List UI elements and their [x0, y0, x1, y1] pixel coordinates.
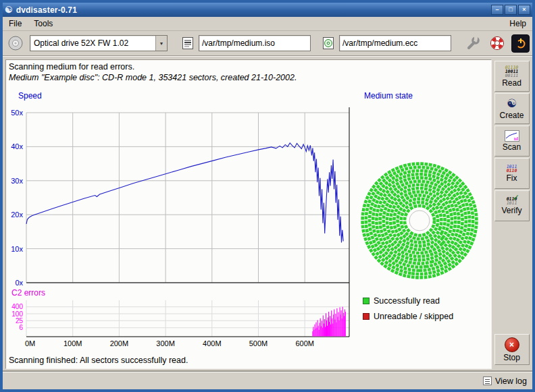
fix-binary-icon: 10110110 [507, 165, 517, 173]
svg-text:20x: 20x [11, 211, 23, 219]
create-label: Create [499, 111, 524, 120]
verify-button[interactable]: 01101011 ✓ Verify [494, 190, 530, 221]
status-line-2: Medium "Example disc": CD-R mode 1, 3534… [9, 73, 297, 82]
verify-check-icon: 01101011 ✓ [507, 197, 517, 205]
status-line-1: Scanning medium for read errors. [9, 62, 134, 72]
legend-ok-swatch [363, 298, 370, 304]
minimize-button[interactable]: – [491, 5, 503, 15]
view-log-label: View log [495, 376, 527, 386]
drive-select-value: Optical drive 52X FW 1.02 [30, 38, 155, 48]
svg-text:10x: 10x [11, 245, 23, 253]
footer-bar: View log [3, 372, 532, 389]
svg-text:600M: 600M [295, 339, 314, 347]
read-button[interactable]: 011101001100111 Read [494, 61, 530, 92]
help-button[interactable] [487, 33, 507, 53]
medium-state-legend: Successfully read Unreadable / skipped [363, 296, 453, 321]
menubar: File Tools Help [3, 17, 532, 31]
finish-status: Scanning finished: All sectors successfu… [9, 356, 188, 365]
svg-text:40x: 40x [11, 142, 23, 150]
window-yinyang-icon: ☯ [5, 5, 13, 14]
svg-text:0M: 0M [25, 339, 35, 347]
main-panel: Scanning medium for read errors. Medium … [5, 59, 492, 369]
ecc-path-input[interactable] [339, 35, 451, 51]
svg-text:100M: 100M [63, 339, 82, 347]
maximize-button[interactable]: □ [505, 5, 517, 15]
svg-text:100: 100 [11, 310, 23, 318]
quit-button[interactable] [511, 34, 530, 53]
stop-icon: × [505, 337, 519, 352]
legend-unreadable-skipped: Unreadable / skipped [363, 312, 453, 321]
verify-label: Verify [501, 206, 521, 215]
svg-text:400: 400 [11, 303, 23, 310]
lifesaver-icon [489, 35, 505, 51]
yinyang-icon: ☯ [507, 97, 517, 110]
log-icon [483, 376, 492, 385]
stop-label: Stop [503, 353, 520, 362]
legend-bad-swatch [363, 313, 370, 320]
iso-path-input[interactable] [199, 35, 311, 51]
svg-text:300M: 300M [156, 339, 175, 347]
preferences-button[interactable] [463, 33, 483, 53]
legend-ok-label: Successfully read [374, 296, 440, 306]
stop-button[interactable]: × Stop [494, 334, 530, 365]
read-label: Read [502, 78, 521, 88]
scan-label: Scan [503, 142, 521, 152]
ecc-file-icon [322, 36, 335, 51]
menu-file[interactable]: File [3, 18, 28, 30]
scan-button[interactable]: Scan [494, 125, 530, 157]
legend-bad-label: Unreadable / skipped [374, 312, 453, 321]
create-button[interactable]: ☯ Create [494, 93, 530, 124]
menu-tools[interactable]: Tools [28, 18, 59, 30]
dropdown-arrow-icon: ▼ [155, 36, 167, 51]
titlebar[interactable]: ☯ dvdisaster-0.71 – □ × [3, 3, 532, 17]
svg-text:50x: 50x [11, 109, 23, 117]
svg-text:30x: 30x [11, 177, 23, 185]
legend-successfully-read: Successfully read [363, 296, 453, 306]
drive-button[interactable] [5, 33, 26, 53]
toolbar: Optical drive 52X FW 1.02 ▼ [3, 31, 532, 55]
power-icon [514, 36, 528, 50]
medium-state-disc [356, 155, 491, 289]
app-window: ☯ dvdisaster-0.71 – □ × File Tools Help … [0, 0, 535, 392]
fix-button[interactable]: 10110110 Fix [494, 158, 530, 189]
wrench-icon [465, 35, 481, 51]
svg-text:6: 6 [19, 324, 23, 331]
scan-chart-icon [505, 130, 519, 142]
cd-drive-icon [7, 35, 24, 51]
action-sidebar: 011101001100111 Read ☯ Create Scan [492, 59, 531, 369]
svg-text:25: 25 [16, 317, 24, 325]
close-button[interactable]: × [518, 5, 530, 15]
read-binary-icon: 011101001100111 [505, 65, 519, 78]
svg-text:500M: 500M [249, 339, 268, 347]
iso-file-icon [181, 36, 195, 51]
window-title: dvdisaster-0.71 [16, 5, 488, 15]
svg-text:0x: 0x [15, 279, 23, 287]
medium-state-title: Medium state [364, 91, 413, 101]
svg-text:400M: 400M [203, 339, 222, 347]
fix-label: Fix [507, 173, 517, 183]
speed-and-c2-chart: 0x10x20x30x40x50x6251004000M100M200M300M… [6, 87, 357, 369]
content-area: Scanning medium for read errors. Medium … [3, 57, 532, 372]
svg-text:200M: 200M [110, 339, 129, 347]
drive-select[interactable]: Optical drive 52X FW 1.02 ▼ [30, 35, 168, 51]
menu-help[interactable]: Help [503, 18, 532, 30]
view-log-button[interactable]: View log [483, 376, 527, 386]
